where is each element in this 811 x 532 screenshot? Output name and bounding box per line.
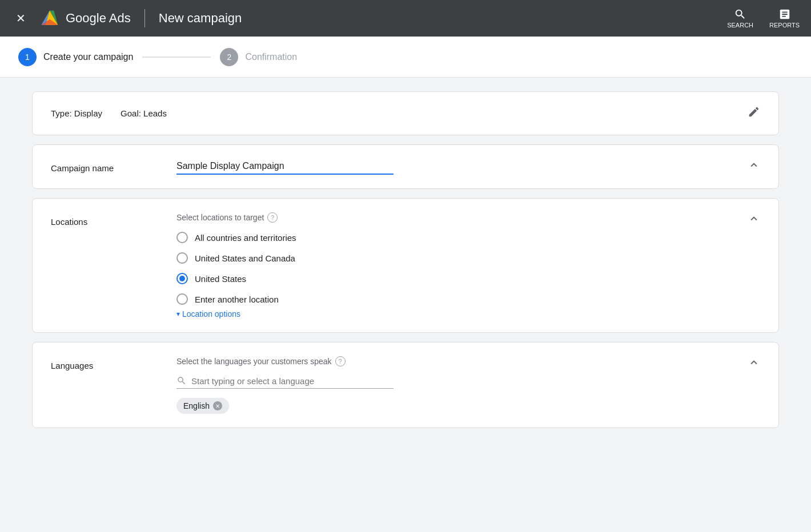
goal-prefix: Goal: [121,108,141,118]
type-goal-info: Type: Display Goal: Leads [51,108,167,118]
location-option-us[interactable]: United States [176,273,738,284]
location-option-all-label: All countries and territories [195,233,296,243]
step-1-label: Create your campaign [43,52,133,62]
locations-chevron-up-icon [748,212,760,225]
location-options-link[interactable]: ▾ Location options [176,309,738,319]
radio-outer-us-canada [176,252,188,264]
step-1-circle: 1 [18,48,37,66]
language-chip-english-remove[interactable]: ✕ [213,401,222,410]
step-1: 1 Create your campaign [18,48,133,66]
locations-help-icon[interactable]: ? [267,212,278,223]
type-prefix: Type: [51,108,72,118]
language-search-icon [176,376,187,386]
step-connector [142,57,211,58]
locations-label: Locations [51,212,176,227]
goal-item: Goal: Leads [121,108,167,118]
locations-collapse-button[interactable] [748,212,760,228]
locations-inner: Locations Select locations to target ? A… [51,212,760,319]
language-search-input[interactable] [191,376,394,386]
chevron-up-icon [748,159,760,171]
goal-value: Leads [143,108,167,118]
reports-nav-button[interactable]: REPORTS [769,8,800,29]
search-icon [734,8,746,21]
languages-subtitle: Select the languages your customers spea… [176,356,738,366]
reports-label: REPORTS [769,22,800,29]
type-goal-row: Type: Display Goal: Leads [51,106,760,121]
reports-icon [778,8,791,21]
locations-subtitle: Select locations to target ? [176,212,738,223]
campaign-name-content [176,159,738,175]
type-item: Type: Display [51,108,102,118]
languages-label: Languages [51,356,176,370]
radio-inner-us [179,276,185,281]
step-2: 2 Confirmation [220,48,297,66]
search-label: SEARCH [727,22,753,29]
page-title: New campaign [159,11,242,26]
nav-actions: SEARCH REPORTS [727,8,800,29]
location-option-us-canada[interactable]: United States and Canada [176,252,738,264]
edit-button[interactable] [748,106,760,121]
radio-outer-us [176,273,188,284]
chevron-down-icon: ▾ [176,310,180,318]
edit-icon [748,106,760,118]
languages-collapse-button[interactable] [748,356,760,372]
location-option-other[interactable]: Enter another location [176,293,738,305]
language-search-row [176,376,394,389]
radio-outer-other [176,293,188,305]
language-chip-english: English ✕ [176,398,229,414]
step-2-circle: 2 [220,48,238,66]
languages-chevron-up-icon [748,356,760,369]
campaign-name-input[interactable] [176,159,394,175]
languages-help-icon[interactable]: ? [335,356,346,366]
campaign-name-label: Campaign name [51,159,176,173]
main-content: Type: Display Goal: Leads Campaign name [0,78,811,442]
close-button[interactable]: ✕ [11,9,30,27]
app-name-label: Google Ads [66,11,131,26]
languages-card: Languages Select the languages your cust… [32,342,779,428]
campaign-name-card: Campaign name [32,144,779,189]
type-goal-card: Type: Display Goal: Leads [32,91,779,135]
top-navigation: ✕ Google Ads New campaign SEARCH REPORTS [0,0,811,37]
locations-card: Locations Select locations to target ? A… [32,198,779,333]
type-value: Display [74,108,102,118]
location-options-label: Location options [182,309,240,319]
campaign-name-collapse-button[interactable] [748,159,760,175]
step-2-label: Confirmation [245,52,297,62]
logo-area: Google Ads [39,8,131,29]
location-option-all[interactable]: All countries and territories [176,232,738,243]
language-chips: English ✕ [176,398,738,414]
language-chip-english-label: English [183,401,210,410]
nav-divider [144,9,145,27]
location-radio-group: All countries and territories United Sta… [176,232,738,305]
stepper-bar: 1 Create your campaign 2 Confirmation [0,37,811,78]
location-option-us-canada-label: United States and Canada [195,253,295,263]
location-option-other-label: Enter another location [195,295,279,304]
location-option-us-label: United States [195,274,246,284]
languages-content: Select the languages your customers spea… [176,356,738,414]
campaign-name-inner: Campaign name [51,159,760,175]
languages-inner: Languages Select the languages your cust… [51,356,760,414]
search-nav-button[interactable]: SEARCH [727,8,753,29]
radio-outer-all [176,232,188,243]
locations-content: Select locations to target ? All countri… [176,212,738,319]
google-ads-logo [39,8,60,29]
